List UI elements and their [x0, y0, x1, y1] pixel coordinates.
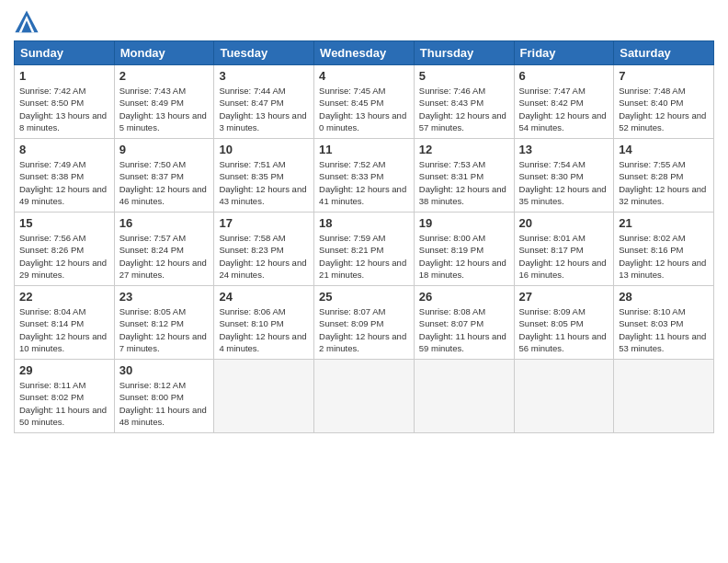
- day-number: 26: [419, 290, 509, 304]
- day-cell-25: 25Sunrise: 8:07 AMSunset: 8:09 PMDayligh…: [314, 286, 415, 360]
- day-info: Sunrise: 7:50 AMSunset: 8:37 PMDaylight:…: [119, 158, 210, 207]
- day-info: Sunrise: 7:56 AMSunset: 8:26 PMDaylight:…: [19, 232, 109, 281]
- col-saturday: Saturday: [614, 41, 714, 65]
- day-number: 1: [19, 69, 109, 83]
- logo-icon: [14, 9, 40, 35]
- day-number: 2: [119, 69, 210, 83]
- day-cell-18: 18Sunrise: 7:59 AMSunset: 8:21 PMDayligh…: [314, 213, 415, 286]
- page-container: Sunday Monday Tuesday Wednesday Thursday…: [0, 0, 728, 442]
- day-number: 13: [519, 143, 609, 156]
- calendar-week-3: 15Sunrise: 7:56 AMSunset: 8:26 PMDayligh…: [15, 213, 714, 286]
- day-info: Sunrise: 8:07 AMSunset: 8:09 PMDaylight:…: [319, 305, 409, 354]
- day-info: Sunrise: 8:08 AMSunset: 8:07 PMDaylight:…: [419, 305, 509, 354]
- day-cell-29: 29Sunrise: 8:11 AMSunset: 8:02 PMDayligh…: [15, 360, 115, 433]
- day-number: 25: [319, 290, 409, 304]
- day-cell-26: 26Sunrise: 8:08 AMSunset: 8:07 PMDayligh…: [414, 286, 514, 360]
- day-info: Sunrise: 7:45 AMSunset: 8:45 PMDaylight:…: [319, 85, 409, 133]
- day-number: 28: [619, 290, 709, 304]
- day-cell-3: 3Sunrise: 7:44 AMSunset: 8:47 PMDaylight…: [214, 65, 314, 139]
- day-cell-28: 28Sunrise: 8:10 AMSunset: 8:03 PMDayligh…: [614, 286, 714, 360]
- day-info: Sunrise: 7:44 AMSunset: 8:47 PMDaylight:…: [219, 85, 309, 133]
- day-info: Sunrise: 8:02 AMSunset: 8:16 PMDaylight:…: [619, 232, 709, 281]
- day-info: Sunrise: 7:42 AMSunset: 8:50 PMDaylight:…: [19, 85, 109, 133]
- day-number: 21: [619, 216, 709, 230]
- day-cell-12: 12Sunrise: 7:53 AMSunset: 8:31 PMDayligh…: [414, 139, 514, 213]
- day-info: Sunrise: 8:00 AMSunset: 8:19 PMDaylight:…: [419, 232, 509, 281]
- empty-cell: [614, 360, 714, 433]
- day-number: 3: [219, 69, 309, 83]
- day-cell-17: 17Sunrise: 7:58 AMSunset: 8:23 PMDayligh…: [214, 213, 314, 286]
- day-number: 17: [219, 216, 309, 230]
- day-number: 30: [119, 363, 210, 377]
- day-cell-13: 13Sunrise: 7:54 AMSunset: 8:30 PMDayligh…: [514, 139, 614, 213]
- day-number: 5: [419, 69, 509, 83]
- day-cell-23: 23Sunrise: 8:05 AMSunset: 8:12 PMDayligh…: [114, 286, 214, 360]
- day-cell-8: 8Sunrise: 7:49 AMSunset: 8:38 PMDaylight…: [15, 139, 115, 213]
- empty-cell: [414, 360, 514, 433]
- day-info: Sunrise: 7:59 AMSunset: 8:21 PMDaylight:…: [319, 232, 409, 281]
- day-info: Sunrise: 8:05 AMSunset: 8:12 PMDaylight:…: [119, 305, 210, 354]
- day-cell-30: 30Sunrise: 8:12 AMSunset: 8:00 PMDayligh…: [114, 360, 214, 433]
- day-cell-11: 11Sunrise: 7:52 AMSunset: 8:33 PMDayligh…: [314, 139, 415, 213]
- day-number: 14: [619, 143, 709, 156]
- calendar-week-1: 1Sunrise: 7:42 AMSunset: 8:50 PMDaylight…: [15, 65, 714, 139]
- calendar-week-2: 8Sunrise: 7:49 AMSunset: 8:38 PMDaylight…: [15, 139, 714, 213]
- col-sunday: Sunday: [15, 41, 115, 65]
- day-number: 24: [219, 290, 309, 304]
- day-info: Sunrise: 7:55 AMSunset: 8:28 PMDaylight:…: [619, 158, 709, 207]
- day-info: Sunrise: 8:06 AMSunset: 8:10 PMDaylight:…: [219, 305, 309, 354]
- day-info: Sunrise: 7:54 AMSunset: 8:30 PMDaylight:…: [519, 158, 609, 207]
- day-number: 6: [519, 69, 609, 83]
- day-info: Sunrise: 8:11 AMSunset: 8:02 PMDaylight:…: [19, 379, 109, 428]
- day-info: Sunrise: 7:52 AMSunset: 8:33 PMDaylight:…: [319, 158, 409, 207]
- day-cell-6: 6Sunrise: 7:47 AMSunset: 8:42 PMDaylight…: [514, 65, 614, 139]
- day-cell-15: 15Sunrise: 7:56 AMSunset: 8:26 PMDayligh…: [15, 213, 115, 286]
- day-number: 18: [319, 216, 409, 230]
- empty-cell: [314, 360, 415, 433]
- day-info: Sunrise: 7:57 AMSunset: 8:24 PMDaylight:…: [119, 232, 210, 281]
- day-info: Sunrise: 7:46 AMSunset: 8:43 PMDaylight:…: [419, 85, 509, 133]
- day-number: 22: [19, 290, 109, 304]
- logo: [14, 9, 43, 35]
- day-cell-9: 9Sunrise: 7:50 AMSunset: 8:37 PMDaylight…: [114, 139, 214, 213]
- day-cell-4: 4Sunrise: 7:45 AMSunset: 8:45 PMDaylight…: [314, 65, 415, 139]
- day-cell-16: 16Sunrise: 7:57 AMSunset: 8:24 PMDayligh…: [114, 213, 214, 286]
- day-number: 19: [419, 216, 509, 230]
- day-info: Sunrise: 8:10 AMSunset: 8:03 PMDaylight:…: [619, 305, 709, 354]
- col-tuesday: Tuesday: [214, 41, 314, 65]
- calendar-body: 1Sunrise: 7:42 AMSunset: 8:50 PMDaylight…: [15, 65, 714, 433]
- col-monday: Monday: [114, 41, 214, 65]
- day-number: 4: [319, 69, 409, 83]
- empty-cell: [214, 360, 314, 433]
- empty-cell: [514, 360, 614, 433]
- day-number: 7: [619, 69, 709, 83]
- col-thursday: Thursday: [414, 41, 514, 65]
- day-info: Sunrise: 7:48 AMSunset: 8:40 PMDaylight:…: [619, 85, 709, 133]
- day-number: 10: [219, 143, 309, 156]
- day-cell-20: 20Sunrise: 8:01 AMSunset: 8:17 PMDayligh…: [514, 213, 614, 286]
- calendar-week-4: 22Sunrise: 8:04 AMSunset: 8:14 PMDayligh…: [15, 286, 714, 360]
- calendar-week-5: 29Sunrise: 8:11 AMSunset: 8:02 PMDayligh…: [15, 360, 714, 433]
- day-info: Sunrise: 8:01 AMSunset: 8:17 PMDaylight:…: [519, 232, 609, 281]
- day-info: Sunrise: 7:51 AMSunset: 8:35 PMDaylight:…: [219, 158, 309, 207]
- day-info: Sunrise: 8:09 AMSunset: 8:05 PMDaylight:…: [519, 305, 609, 354]
- header-row: Sunday Monday Tuesday Wednesday Thursday…: [15, 41, 714, 65]
- day-number: 27: [519, 290, 609, 304]
- day-cell-27: 27Sunrise: 8:09 AMSunset: 8:05 PMDayligh…: [514, 286, 614, 360]
- day-number: 29: [19, 363, 109, 377]
- day-cell-19: 19Sunrise: 8:00 AMSunset: 8:19 PMDayligh…: [414, 213, 514, 286]
- col-friday: Friday: [514, 41, 614, 65]
- day-cell-14: 14Sunrise: 7:55 AMSunset: 8:28 PMDayligh…: [614, 139, 714, 213]
- day-cell-7: 7Sunrise: 7:48 AMSunset: 8:40 PMDaylight…: [614, 65, 714, 139]
- day-cell-24: 24Sunrise: 8:06 AMSunset: 8:10 PMDayligh…: [214, 286, 314, 360]
- day-cell-22: 22Sunrise: 8:04 AMSunset: 8:14 PMDayligh…: [15, 286, 115, 360]
- day-number: 12: [419, 143, 509, 156]
- header: [14, 9, 714, 35]
- day-info: Sunrise: 7:43 AMSunset: 8:49 PMDaylight:…: [119, 85, 210, 133]
- day-info: Sunrise: 8:12 AMSunset: 8:00 PMDaylight:…: [119, 379, 210, 428]
- calendar-table: Sunday Monday Tuesday Wednesday Thursday…: [14, 40, 714, 433]
- day-info: Sunrise: 7:53 AMSunset: 8:31 PMDaylight:…: [419, 158, 509, 207]
- day-info: Sunrise: 7:58 AMSunset: 8:23 PMDaylight:…: [219, 232, 309, 281]
- day-cell-21: 21Sunrise: 8:02 AMSunset: 8:16 PMDayligh…: [614, 213, 714, 286]
- day-info: Sunrise: 8:04 AMSunset: 8:14 PMDaylight:…: [19, 305, 109, 354]
